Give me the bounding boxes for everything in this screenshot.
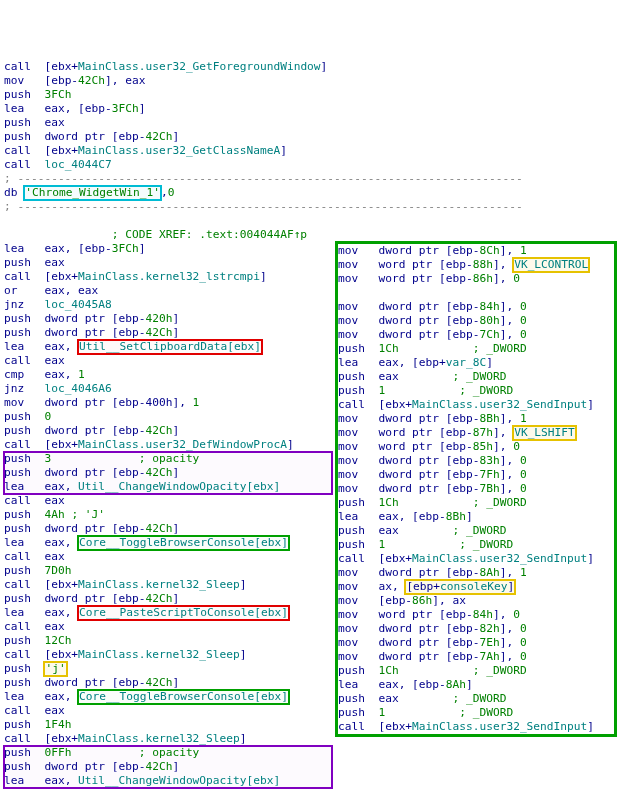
util-setclipboarddata: Util__SetClipboardData[ebx] xyxy=(78,340,262,354)
sendinput-block: mov dword ptr [ebp-8Ch], 1mov word ptr [… xyxy=(336,242,616,736)
vk-const: VK_LSHIFT xyxy=(513,426,576,440)
opacity-block-1: push 3 ; opacitypush dword ptr [ebp-42Ch… xyxy=(4,452,332,494)
push-j-char: 'j' xyxy=(44,662,66,676)
core-togglebrowserconsole-2: Core__ToggleBrowserConsole[ebx] xyxy=(78,690,289,704)
string-chrome-widgetwin: 'Chrome_WidgetWin_1' xyxy=(24,186,161,200)
core-togglebrowserconsole-1: Core__ToggleBrowserConsole[ebx] xyxy=(78,536,289,550)
core-pastescripttoconsole: Core__PasteScriptToConsole[ebx] xyxy=(78,606,289,620)
vk-const: VK_LCONTROL xyxy=(513,258,589,272)
consolekey-ref: [ebp+consoleKey] xyxy=(405,580,515,594)
opacity-block-2: push 0FFh ; opacitypush dword ptr [ebp-4… xyxy=(4,746,332,788)
